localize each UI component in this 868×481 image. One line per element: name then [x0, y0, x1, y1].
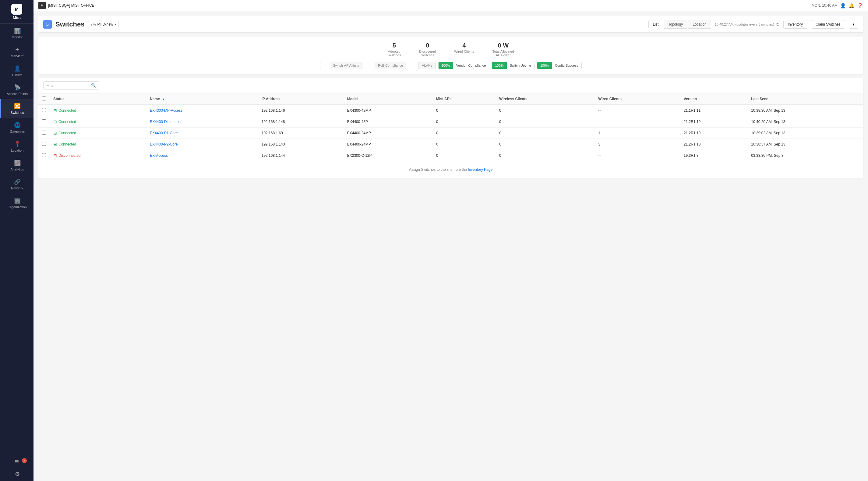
stat-ap-power-value: 0 W — [493, 42, 514, 49]
row-wireless: 0 — [496, 116, 594, 128]
th-name[interactable]: Name ▲ — [146, 93, 258, 105]
table-row: ⊟ Disconnected EX-Access 192.168.1.144 E… — [38, 150, 863, 161]
row-mist-aps: 0 — [432, 150, 496, 161]
badge-vlans[interactable]: — VLANs — [409, 62, 436, 69]
row-status: ⊟ Disconnected — [50, 150, 146, 161]
row-checkbox-cell[interactable] — [38, 116, 50, 128]
page-header: 5 Switches site MFD-new ▾ List Topology … — [38, 16, 863, 32]
row-wireless: 0 — [496, 128, 594, 139]
badge-switch-uptime[interactable]: 100% Switch Uptime — [492, 62, 534, 69]
row-mist-aps: 0 — [432, 105, 496, 116]
sidebar-item-location[interactable]: 📍 Location — [0, 137, 33, 156]
topbar-logo: M — [38, 2, 46, 9]
switch-link-3[interactable]: EX4400-P2-Core — [150, 142, 178, 147]
marvis-icon: ✦ — [15, 46, 20, 53]
status-icon-4: ⊟ — [53, 153, 57, 158]
stat-wired-value: 4 — [454, 42, 474, 49]
badge-poe-label: — — [365, 62, 375, 69]
badge-switch-ap-affinity[interactable]: — Switch-AP Affinity — [320, 62, 363, 69]
sidebar-item-clients[interactable]: 👤 Clients — [0, 62, 33, 81]
row-last-seen: 10:38:30 AM, Sep 13 — [747, 105, 863, 116]
sidebar-item-access-points[interactable]: 📡 Access Points — [0, 81, 33, 99]
status-badge-4: ⊟ Disconnected — [53, 153, 143, 158]
stat-wired-clients: 4 Wired Clients — [454, 42, 474, 57]
inventory-page-link[interactable]: Inventory Page — [468, 167, 493, 172]
badge-switch-ap-affinity-value: Switch-AP Affinity — [330, 62, 363, 69]
sidebar-item-label: Location — [11, 149, 24, 152]
row-wired: -- — [594, 105, 680, 116]
sidebar-item-switches[interactable]: 🔀 Switches — [0, 99, 33, 118]
switch-link-2[interactable]: EX4400-P1-Core — [150, 131, 178, 135]
site-name: MFD-new — [97, 22, 113, 27]
badge-version-compliance[interactable]: 100% Version Compliance — [438, 62, 490, 69]
sidebar-notifications[interactable]: 4 📖 — [0, 456, 33, 467]
sidebar-item-gateways[interactable]: 🌐 Gateways — [0, 118, 33, 137]
stat-ap-power: 0 W Total AllocatedAP Power — [493, 42, 514, 57]
tab-list[interactable]: List — [648, 20, 663, 29]
badge-config-success[interactable]: 100% Config Success — [537, 62, 582, 69]
row-checkbox-1[interactable] — [42, 119, 46, 123]
site-selector[interactable]: site MFD-new ▾ — [88, 21, 119, 28]
sidebar-item-marvis[interactable]: ✦ Marvis™ — [0, 43, 33, 62]
row-ip: 192.168.1.144 — [258, 150, 344, 161]
row-checkbox-cell[interactable] — [38, 105, 50, 116]
row-checkbox-4[interactable] — [42, 153, 46, 157]
row-status: ⊞ Connected — [50, 105, 146, 116]
sidebar: M Mist 📊 Monitor ✦ Marvis™ 👤 Clients 📡 A… — [0, 0, 33, 481]
tab-topology[interactable]: Topology — [664, 20, 687, 29]
stats-row: 5 AdoptedSwitches 0 DiscoveredSwitches 4… — [43, 42, 858, 57]
table-toolbar: 🔍 — [38, 77, 863, 93]
row-checkbox-cell[interactable] — [38, 128, 50, 139]
inventory-button[interactable]: Inventory — [783, 20, 807, 29]
tab-location[interactable]: Location — [688, 20, 711, 29]
more-menu-button[interactable]: ⋮ — [849, 20, 858, 29]
row-mist-aps: 0 — [432, 116, 496, 128]
row-wireless: 0 — [496, 150, 594, 161]
row-last-seen: 10:38:37 AM, Sep 13 — [747, 139, 863, 150]
topbar: M [MIST CSQA] MIST OFFICE MON, 10:40 AM … — [33, 0, 868, 11]
row-status: ⊞ Connected — [50, 128, 146, 139]
sidebar-item-analytics[interactable]: 📈 Analytics — [0, 156, 33, 175]
clients-icon: 👤 — [14, 65, 21, 72]
sidebar-item-network[interactable]: 🔗 Network — [0, 175, 33, 194]
bell-icon[interactable]: 🔔 — [848, 3, 855, 8]
row-checkbox-2[interactable] — [42, 131, 46, 134]
filter-input[interactable] — [46, 84, 89, 88]
status-icon-1: ⊞ — [53, 119, 57, 124]
filter-input-wrapper[interactable]: 🔍 — [43, 81, 99, 90]
row-checkbox-cell[interactable] — [38, 139, 50, 150]
claim-switches-button[interactable]: Claim Switches — [811, 20, 845, 29]
th-model: Model — [344, 93, 432, 105]
row-model: EX4400-24MP — [344, 128, 432, 139]
sidebar-item-settings[interactable]: ⚙ — [0, 467, 33, 481]
status-badge-2: ⊞ Connected — [53, 131, 143, 135]
row-checkbox-0[interactable] — [42, 108, 46, 112]
switch-link-4[interactable]: EX-Access — [150, 154, 168, 158]
row-checkbox-cell[interactable] — [38, 150, 50, 161]
badge-uptime-pct: 100% — [492, 62, 506, 69]
user-icon[interactable]: 👤 — [840, 3, 846, 8]
sidebar-item-organization[interactable]: 🏢 Organization — [0, 194, 33, 213]
row-last-seen: 10:40:20 AM, Sep 13 — [747, 116, 863, 128]
mist-logo-text: Mist — [13, 15, 21, 20]
stats-section: 5 AdoptedSwitches 0 DiscoveredSwitches 4… — [38, 37, 863, 74]
row-version: 21.1R1.11 — [680, 105, 747, 116]
badge-poe-value: PoE Compliance — [375, 62, 406, 69]
sort-name-icon: ▲ — [162, 97, 165, 101]
row-wired: 3 — [594, 139, 680, 150]
select-all-checkbox[interactable] — [42, 97, 46, 100]
switch-link-1[interactable]: EX4400-Distribution — [150, 120, 182, 124]
help-icon[interactable]: ❓ — [857, 3, 863, 8]
table-row: ⊞ Connected EX4400-Distribution 192.168.… — [38, 116, 863, 128]
row-checkbox-3[interactable] — [42, 142, 46, 146]
row-status: ⊞ Connected — [50, 139, 146, 150]
switch-link-0[interactable]: EX4300-MP-Access — [150, 108, 182, 113]
badge-version-label: Version Compliance — [453, 62, 489, 69]
stat-adopted-label: AdoptedSwitches — [388, 50, 401, 57]
sidebar-item-monitor[interactable]: 📊 Monitor — [0, 24, 33, 43]
location-icon: 📍 — [14, 141, 21, 147]
badge-poe-compliance[interactable]: — PoE Compliance — [365, 62, 406, 69]
th-select-all[interactable] — [38, 93, 50, 105]
refresh-icon[interactable]: ↻ — [776, 22, 780, 27]
stat-wired-label: Wired Clients — [454, 50, 474, 53]
